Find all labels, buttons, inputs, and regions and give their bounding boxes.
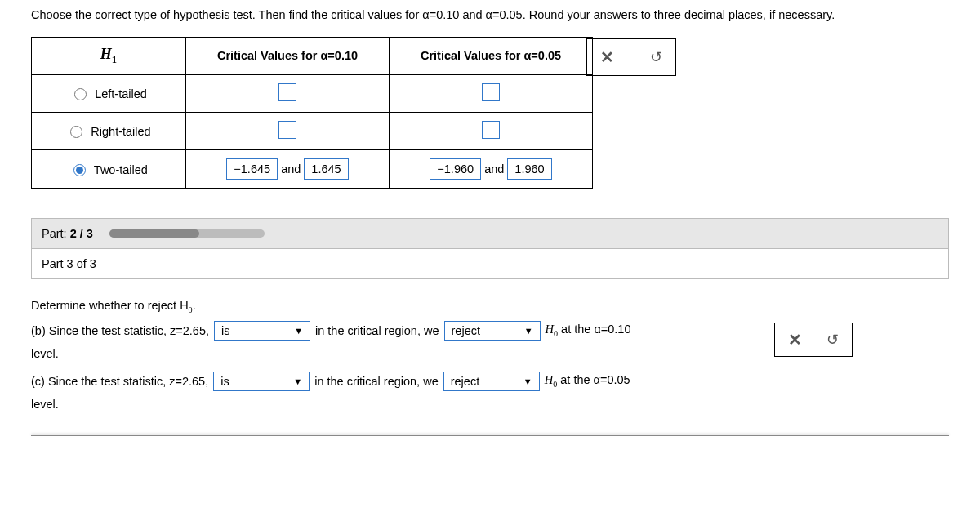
input-two-005-hi[interactable]: 1.960 (507, 158, 551, 180)
input-left-005[interactable] (482, 83, 500, 101)
chevron-down-icon: ▼ (293, 376, 302, 386)
instructions: Choose the correct type of hypothesis te… (31, 0, 949, 37)
input-right-010[interactable] (278, 121, 296, 139)
header-h1: H1 (32, 38, 186, 75)
header-alpha-010: Critical Values for α=0.10 (186, 38, 390, 75)
reset-icon[interactable]: ↺ (650, 48, 662, 66)
header-alpha-005: Critical Values for α=0.05 (390, 38, 593, 75)
progress-bar: Part: 2 / 3 (31, 218, 949, 249)
question-action-panel: ✕ ↺ (774, 323, 853, 357)
c-level: level. (31, 398, 949, 411)
select-c-is[interactable]: is▼ (213, 372, 310, 391)
determine-line: Determine whether to reject H0. (31, 299, 949, 314)
and-label: and (484, 163, 504, 176)
chevron-down-icon: ▼ (524, 326, 533, 336)
radio-two-tailed[interactable]: Two-tailed (69, 163, 148, 176)
close-icon[interactable]: ✕ (788, 330, 802, 349)
critical-values-table: H1 Critical Values for α=0.10 Critical V… (31, 37, 593, 189)
footer-divider (31, 435, 949, 437)
select-b-reject[interactable]: reject▼ (444, 321, 541, 341)
chevron-down-icon: ▼ (523, 376, 532, 386)
reset-icon[interactable]: ↺ (826, 331, 839, 349)
select-b-is[interactable]: is▼ (214, 321, 310, 341)
input-two-010-lo[interactable]: −1.645 (226, 158, 278, 180)
input-left-010[interactable] (278, 83, 296, 101)
part-3-header: Part 3 of 3 (31, 249, 949, 279)
input-right-005[interactable] (482, 121, 500, 139)
select-c-reject[interactable]: reject▼ (443, 372, 540, 391)
radio-right-tailed[interactable]: Right-tailed (66, 125, 150, 138)
radio-left-tailed[interactable]: Left-tailed (70, 87, 147, 100)
input-two-005-lo[interactable]: −1.960 (430, 158, 481, 180)
chevron-down-icon: ▼ (294, 326, 303, 336)
table-action-panel: ✕ ↺ (586, 38, 676, 76)
progress-slider[interactable] (109, 229, 265, 238)
close-icon[interactable]: ✕ (600, 47, 614, 67)
input-two-010-hi[interactable]: 1.645 (304, 158, 348, 180)
and-label: and (281, 163, 301, 176)
question-c: (c) Since the test statistic, z=2.65, is… (31, 372, 949, 391)
